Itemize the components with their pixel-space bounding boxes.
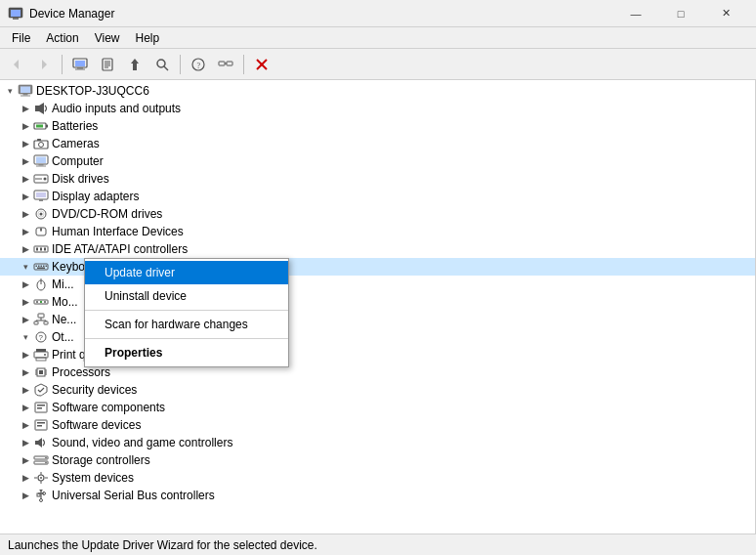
mice-label: Mi... — [52, 278, 74, 291]
title-bar: Device Manager — □ ✕ — [0, 0, 756, 27]
system-label: System devices — [52, 471, 134, 485]
tree-item-disk[interactable]: ▶ Disk drives — [0, 170, 755, 188]
dvd-label: DVD/CD-ROM drives — [52, 207, 162, 221]
tree-item-hid[interactable]: ▶ Human Interface Devices — [0, 223, 755, 240]
toolbar-separator-3 — [243, 55, 244, 74]
properties-button[interactable] — [95, 53, 120, 76]
software-components-expand-icon[interactable]: ▶ — [18, 400, 33, 415]
tree-item-sound[interactable]: ▶ Sound, video and game controllers — [0, 434, 755, 451]
cameras-icon — [33, 136, 49, 151]
ctx-scan-changes-label: Scan for hardware changes — [105, 318, 248, 331]
uninstall-button[interactable] — [249, 53, 274, 76]
network-expand-icon[interactable]: ▶ — [18, 312, 33, 327]
batteries-expand-icon[interactable]: ▶ — [18, 118, 33, 134]
tree-item-software-devices[interactable]: ▶ Software devices — [0, 416, 755, 434]
minimize-button[interactable]: — — [613, 0, 658, 27]
modems-expand-icon[interactable]: ▶ — [18, 294, 33, 310]
svg-rect-57 — [36, 266, 38, 268]
tree-root[interactable]: ▾ DESKTOP-J3UQCC6 — [0, 82, 755, 100]
sound-expand-icon[interactable]: ▶ — [18, 435, 33, 450]
ctx-update-driver[interactable]: Update driver — [85, 261, 288, 284]
forward-button[interactable] — [31, 53, 57, 76]
computer-expand-icon[interactable]: ▶ — [18, 153, 33, 169]
device-tree[interactable]: ▾ DESKTOP-J3UQCC6 ▶ Audio — [0, 80, 756, 534]
svg-marker-14 — [131, 59, 139, 70]
svg-point-67 — [36, 301, 38, 303]
software-devices-expand-icon[interactable]: ▶ — [18, 417, 33, 433]
processors-expand-icon[interactable]: ▶ — [18, 364, 33, 380]
svg-rect-19 — [219, 62, 225, 65]
audio-expand-icon[interactable]: ▶ — [18, 101, 33, 116]
help-toolbar-button[interactable]: ? — [186, 53, 211, 76]
svg-rect-6 — [75, 61, 85, 66]
tree-item-batteries[interactable]: ▶ Batteries — [0, 117, 755, 135]
tree-item-audio[interactable]: ▶ Audio inputs and outputs — [0, 100, 755, 117]
print-expand-icon[interactable]: ▶ — [18, 347, 33, 363]
computer-button[interactable] — [67, 53, 93, 76]
maximize-button[interactable]: □ — [658, 0, 703, 27]
menu-view[interactable]: View — [87, 29, 128, 47]
toolbar-separator-2 — [180, 55, 181, 74]
svg-marker-3 — [14, 60, 19, 69]
svg-rect-8 — [75, 68, 85, 69]
storage-expand-icon[interactable]: ▶ — [18, 452, 33, 468]
ctx-uninstall-device-label: Uninstall device — [105, 289, 187, 303]
svg-point-47 — [40, 213, 43, 216]
usb-expand-icon[interactable]: ▶ — [18, 488, 33, 503]
sound-label: Sound, video and game controllers — [52, 436, 232, 449]
svg-rect-58 — [38, 266, 40, 268]
software-components-icon — [33, 400, 49, 415]
tree-item-usb[interactable]: ▶ Universal Serial Bus controllers — [0, 487, 755, 504]
ctx-scan-changes[interactable]: Scan for hardware changes — [85, 313, 288, 336]
dvd-icon — [33, 206, 49, 222]
system-expand-icon[interactable]: ▶ — [18, 470, 33, 486]
tree-item-software-components[interactable]: ▶ Software components — [0, 399, 755, 416]
software-devices-label: Software devices — [52, 418, 141, 432]
tree-item-system[interactable]: ▶ System devices — [0, 469, 755, 487]
security-expand-icon[interactable]: ▶ — [18, 382, 33, 398]
usb-label: Universal Serial Bus controllers — [52, 489, 215, 502]
svg-rect-44 — [36, 192, 46, 197]
menu-file[interactable]: File — [4, 29, 38, 47]
svg-rect-59 — [41, 266, 43, 268]
disk-expand-icon[interactable]: ▶ — [18, 171, 33, 187]
ctx-properties[interactable]: Properties — [85, 341, 288, 364]
window-controls: — □ ✕ — [613, 0, 748, 27]
network-connect-button[interactable] — [213, 53, 238, 76]
other-expand-icon[interactable]: ▾ — [18, 329, 33, 345]
storage-label: Storage controllers — [52, 453, 150, 467]
processors-icon — [33, 364, 49, 380]
display-expand-icon[interactable]: ▶ — [18, 189, 33, 204]
storage-icon — [33, 452, 49, 468]
tree-item-computer[interactable]: ▶ Computer — [0, 152, 755, 170]
svg-rect-94 — [37, 407, 42, 409]
menu-help[interactable]: Help — [128, 29, 168, 47]
tree-item-cameras[interactable]: ▶ Cameras — [0, 135, 755, 152]
status-bar: Launches the Update Driver Wizard for th… — [0, 534, 756, 555]
ide-expand-icon[interactable]: ▶ — [18, 241, 33, 257]
tree-item-security[interactable]: ▶ Security devices — [0, 381, 755, 399]
mice-expand-icon[interactable]: ▶ — [18, 277, 33, 292]
root-expand-icon[interactable]: ▾ — [2, 83, 18, 99]
software-components-label: Software components — [52, 401, 165, 414]
tree-item-display[interactable]: ▶ Display adapters — [0, 188, 755, 205]
keyboards-expand-icon[interactable]: ▾ — [18, 259, 33, 275]
tree-item-ide[interactable]: ▶ IDE ATA/ATAPI controllers — [0, 240, 755, 258]
hid-expand-icon[interactable]: ▶ — [18, 224, 33, 239]
menu-action[interactable]: Action — [38, 29, 86, 47]
dvd-expand-icon[interactable]: ▶ — [18, 206, 33, 222]
tree-item-storage[interactable]: ▶ Storage controllers — [0, 451, 755, 469]
svg-rect-27 — [21, 96, 30, 97]
app-icon — [8, 6, 23, 21]
update-driver-toolbar-button[interactable] — [122, 53, 147, 76]
svg-marker-4 — [42, 60, 47, 69]
cameras-expand-icon[interactable]: ▶ — [18, 136, 33, 151]
scan-toolbar-button[interactable] — [149, 53, 175, 76]
computer-tree-icon — [33, 153, 49, 169]
close-button[interactable]: ✕ — [703, 0, 748, 27]
software-devices-icon — [33, 417, 49, 433]
status-text: Launches the Update Driver Wizard for th… — [8, 538, 317, 552]
ctx-uninstall-device[interactable]: Uninstall device — [85, 284, 288, 308]
tree-item-dvd[interactable]: ▶ DVD/CD-ROM drives — [0, 205, 755, 223]
back-button[interactable] — [4, 53, 29, 76]
